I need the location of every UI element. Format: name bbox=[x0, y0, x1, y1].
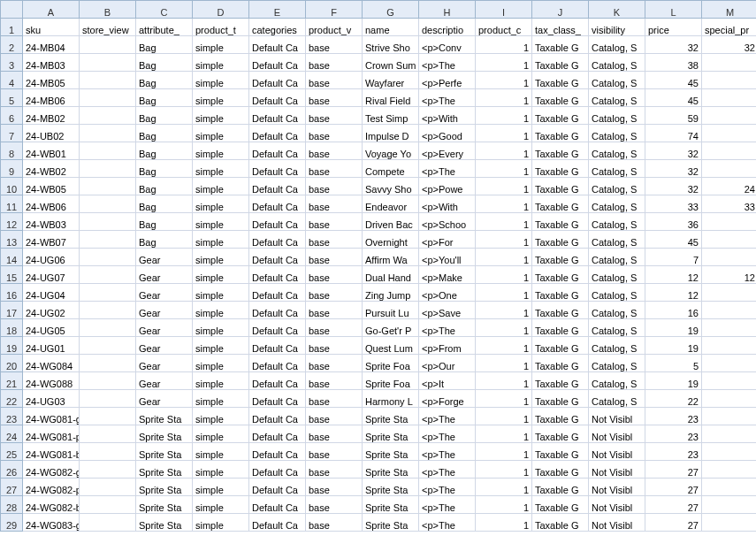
cell-A26[interactable]: 24-WG082-gray bbox=[23, 461, 80, 479]
row-header-5[interactable]: 5 bbox=[1, 89, 23, 107]
spreadsheet-grid[interactable]: ABCDEFGHIJKLM 1skustore_viewattribute_pr… bbox=[0, 0, 756, 532]
cell-L17[interactable]: 16 bbox=[645, 302, 702, 319]
cell-F25[interactable]: base bbox=[306, 443, 363, 461]
cell-B12[interactable] bbox=[80, 213, 136, 231]
cell-M14[interactable] bbox=[702, 249, 757, 266]
cell-F17[interactable]: base bbox=[306, 302, 363, 319]
cell-K25[interactable]: Not Visibl bbox=[589, 443, 645, 461]
row-header-12[interactable]: 12 bbox=[1, 213, 23, 231]
cell-B22[interactable] bbox=[80, 390, 136, 408]
row-header-9[interactable]: 9 bbox=[1, 160, 23, 178]
cell-H8[interactable]: <p>Every bbox=[419, 142, 476, 160]
cell-H15[interactable]: <p>Make bbox=[419, 266, 476, 284]
cell-K16[interactable]: Catalog, S bbox=[589, 284, 645, 302]
row-header-18[interactable]: 18 bbox=[1, 319, 23, 337]
cell-I9[interactable]: 1 bbox=[476, 160, 532, 178]
cell-B26[interactable] bbox=[80, 461, 136, 479]
cell-D25[interactable]: simple bbox=[193, 443, 249, 461]
cell-M6[interactable] bbox=[702, 107, 757, 125]
cell-I14[interactable]: 1 bbox=[476, 249, 532, 266]
cell-F10[interactable]: base bbox=[306, 178, 363, 195]
cell-D26[interactable]: simple bbox=[193, 461, 249, 479]
cell-E3[interactable]: Default Ca bbox=[249, 54, 306, 72]
column-header-C[interactable]: C bbox=[136, 1, 193, 19]
cell-M3[interactable] bbox=[702, 54, 757, 72]
cell-G6[interactable]: Test Simp bbox=[363, 107, 419, 125]
cell-D28[interactable]: simple bbox=[193, 496, 249, 514]
cell-H13[interactable]: <p>For bbox=[419, 231, 476, 249]
column-header-G[interactable]: G bbox=[363, 1, 419, 19]
cell-D29[interactable]: simple bbox=[193, 514, 249, 532]
row-header-3[interactable]: 3 bbox=[1, 54, 23, 72]
cell-C8[interactable]: Bag bbox=[136, 142, 193, 160]
cell-C4[interactable]: Bag bbox=[136, 72, 193, 89]
cell-I17[interactable]: 1 bbox=[476, 302, 532, 319]
cell-K6[interactable]: Catalog, S bbox=[589, 107, 645, 125]
cell-G3[interactable]: Crown Sum bbox=[363, 54, 419, 72]
cell-I29[interactable]: 1 bbox=[476, 514, 532, 532]
cell-A20[interactable]: 24-WG084 bbox=[23, 355, 80, 372]
cell-E22[interactable]: Default Ca bbox=[249, 390, 306, 408]
cell-L7[interactable]: 74 bbox=[645, 125, 702, 142]
row-header-22[interactable]: 22 bbox=[1, 390, 23, 408]
cell-D8[interactable]: simple bbox=[193, 142, 249, 160]
cell-G13[interactable]: Overnight bbox=[363, 231, 419, 249]
cell-C5[interactable]: Bag bbox=[136, 89, 193, 107]
cell-H29[interactable]: <p>The bbox=[419, 514, 476, 532]
cell-M13[interactable] bbox=[702, 231, 757, 249]
cell-H28[interactable]: <p>The bbox=[419, 496, 476, 514]
cell-E19[interactable]: Default Ca bbox=[249, 337, 306, 355]
cell-E1[interactable]: categories bbox=[249, 19, 306, 36]
cell-K13[interactable]: Catalog, S bbox=[589, 231, 645, 249]
cell-G12[interactable]: Driven Bac bbox=[363, 213, 419, 231]
cell-M17[interactable] bbox=[702, 302, 757, 319]
cell-E21[interactable]: Default Ca bbox=[249, 372, 306, 390]
cell-H18[interactable]: <p>The bbox=[419, 319, 476, 337]
cell-M19[interactable] bbox=[702, 337, 757, 355]
cell-J16[interactable]: Taxable G bbox=[532, 284, 589, 302]
cell-D3[interactable]: simple bbox=[193, 54, 249, 72]
cell-G16[interactable]: Zing Jump bbox=[363, 284, 419, 302]
cell-I25[interactable]: 1 bbox=[476, 443, 532, 461]
cell-D21[interactable]: simple bbox=[193, 372, 249, 390]
cell-G2[interactable]: Strive Sho bbox=[363, 36, 419, 54]
cell-H2[interactable]: <p>Conv bbox=[419, 36, 476, 54]
cell-C25[interactable]: Sprite Sta bbox=[136, 443, 193, 461]
cell-F18[interactable]: base bbox=[306, 319, 363, 337]
cell-K15[interactable]: Catalog, S bbox=[589, 266, 645, 284]
cell-E25[interactable]: Default Ca bbox=[249, 443, 306, 461]
cell-I5[interactable]: 1 bbox=[476, 89, 532, 107]
cell-D27[interactable]: simple bbox=[193, 479, 249, 496]
row-header-24[interactable]: 24 bbox=[1, 425, 23, 443]
cell-E26[interactable]: Default Ca bbox=[249, 461, 306, 479]
cell-E4[interactable]: Default Ca bbox=[249, 72, 306, 89]
cell-B16[interactable] bbox=[80, 284, 136, 302]
row-header-16[interactable]: 16 bbox=[1, 284, 23, 302]
cell-D13[interactable]: simple bbox=[193, 231, 249, 249]
row-header-25[interactable]: 25 bbox=[1, 443, 23, 461]
cell-J1[interactable]: tax_class_ bbox=[532, 19, 589, 36]
cell-E23[interactable]: Default Ca bbox=[249, 408, 306, 425]
cell-B15[interactable] bbox=[80, 266, 136, 284]
cell-B14[interactable] bbox=[80, 249, 136, 266]
cell-A25[interactable]: 24-WG081-blue bbox=[23, 443, 80, 461]
cell-A1[interactable]: sku bbox=[23, 19, 80, 36]
cell-K9[interactable]: Catalog, S bbox=[589, 160, 645, 178]
cell-J9[interactable]: Taxable G bbox=[532, 160, 589, 178]
cell-G14[interactable]: Affirm Wa bbox=[363, 249, 419, 266]
cell-E8[interactable]: Default Ca bbox=[249, 142, 306, 160]
cell-K29[interactable]: Not Visibl bbox=[589, 514, 645, 532]
row-header-7[interactable]: 7 bbox=[1, 125, 23, 142]
cell-G21[interactable]: Sprite Foa bbox=[363, 372, 419, 390]
cell-C28[interactable]: Sprite Sta bbox=[136, 496, 193, 514]
cell-M8[interactable] bbox=[702, 142, 757, 160]
cell-K22[interactable]: Catalog, S bbox=[589, 390, 645, 408]
cell-A27[interactable]: 24-WG082-pink bbox=[23, 479, 80, 496]
cell-I22[interactable]: 1 bbox=[476, 390, 532, 408]
cell-L1[interactable]: price bbox=[645, 19, 702, 36]
cell-K4[interactable]: Catalog, S bbox=[589, 72, 645, 89]
cell-I12[interactable]: 1 bbox=[476, 213, 532, 231]
cell-L6[interactable]: 59 bbox=[645, 107, 702, 125]
cell-G17[interactable]: Pursuit Lu bbox=[363, 302, 419, 319]
cell-H26[interactable]: <p>The bbox=[419, 461, 476, 479]
